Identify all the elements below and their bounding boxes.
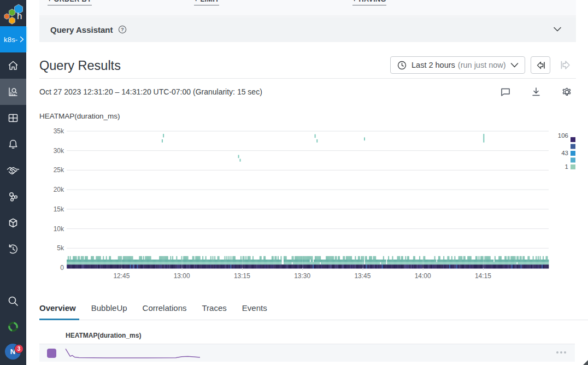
sparkline-path — [66, 349, 200, 358]
query-builder-strip: + ORDER BY+ LIMIT+ HAVING — [39, 0, 576, 16]
y-tick-label: 0 — [60, 264, 64, 272]
legend-swatch — [571, 144, 575, 149]
run-next-query-button-disabled[interactable] — [560, 59, 572, 71]
query-assistant-title: Query Assistant — [50, 25, 113, 34]
y-tick-label: 25k — [54, 166, 64, 174]
tab-traces[interactable]: Traces — [202, 303, 226, 313]
x-tick-label: 13:15 — [234, 272, 250, 280]
settings-gear-button[interactable] — [561, 86, 573, 98]
search-icon — [7, 295, 20, 308]
nav-usage-ring[interactable] — [0, 314, 26, 340]
clause-limit[interactable]: + LIMIT — [194, 0, 219, 5]
x-tick-label: 13:45 — [354, 272, 371, 280]
window-resize-grip — [583, 360, 588, 365]
query-date-range: Oct 27 2023 12:31:20 – 14:31:20 UTC-07:0… — [39, 87, 262, 96]
comment-button[interactable] — [499, 86, 511, 98]
chevron-down-icon — [510, 63, 519, 68]
nav-triggers-bell[interactable] — [0, 131, 26, 157]
datasets-cube-icon — [7, 217, 19, 229]
heatmap-outliers — [162, 134, 484, 162]
x-tick-label: 13:30 — [294, 272, 310, 280]
y-tick-label: 10k — [54, 225, 64, 233]
svg-text:?: ? — [121, 26, 124, 32]
heatmap-chart[interactable]: 05k10k15k20k25k30k35k12:4513:0013:1513:3… — [26, 125, 588, 284]
help-icon[interactable]: ? — [118, 25, 127, 34]
time-range-hint: (run just now) — [458, 61, 506, 69]
query-icon — [7, 86, 19, 98]
comment-icon — [500, 86, 511, 97]
legend-swatch — [571, 164, 575, 169]
download-icon — [531, 86, 542, 97]
nav-home[interactable] — [0, 52, 26, 79]
tab-events[interactable]: Events — [242, 303, 267, 313]
y-tick-label: 5k — [57, 244, 64, 252]
row-menu-ellipsis-icon[interactable] — [556, 351, 566, 354]
chevron-down-icon[interactable] — [553, 27, 562, 32]
boards-icon — [7, 112, 19, 124]
environment-selector[interactable]: k8s- — [0, 26, 26, 52]
x-tick-label: 13:00 — [174, 272, 190, 280]
legend-value: 106 — [558, 132, 568, 139]
clock-icon — [397, 61, 407, 70]
results-tabs: OverviewBubbleUpCorrelationsTracesEvents — [26, 299, 588, 320]
chevron-right-icon — [19, 36, 25, 43]
overview-table-row[interactable] — [39, 344, 575, 362]
tab-correlations[interactable]: Correlations — [143, 303, 187, 313]
x-tick-label: 12:45 — [113, 272, 130, 280]
y-tick-label: 30k — [54, 147, 64, 155]
sidebar: h k8s- N 3 — [0, 0, 26, 365]
heatmap-cells — [67, 256, 549, 269]
tab-overview[interactable]: Overview — [39, 303, 76, 313]
nav-datasets-cube[interactable] — [0, 210, 26, 236]
activity-history-icon — [7, 243, 19, 255]
service-map-icon — [7, 191, 19, 203]
x-tick-label: 14:00 — [415, 272, 431, 280]
legend-value: 1 — [565, 163, 568, 170]
y-tick-label: 35k — [54, 127, 64, 135]
settings-gear-icon — [561, 86, 573, 98]
legend-swatch — [571, 137, 575, 142]
honeycomb-logo[interactable]: h — [0, 0, 26, 26]
query-assistant-bar[interactable]: Query Assistant ? — [39, 17, 576, 42]
nav-slo-handshake[interactable] — [0, 157, 26, 184]
environment-active-indicator — [26, 27, 27, 52]
clause-having[interactable]: + HAVING — [352, 0, 386, 5]
y-tick-label: 15k — [54, 205, 64, 213]
legend-swatch — [571, 158, 575, 163]
tab-bubbleup[interactable]: BubbleUp — [91, 303, 127, 313]
notification-badge: 3 — [14, 344, 23, 354]
triggers-bell-icon — [7, 138, 19, 150]
arrow-right-bar-icon — [560, 59, 572, 71]
slo-handshake-icon — [6, 163, 20, 178]
clause-orderby[interactable]: + ORDER BY — [48, 0, 92, 5]
time-range-dropdown[interactable]: Last 2 hours (run just now) — [390, 56, 525, 74]
download-button[interactable] — [530, 86, 542, 98]
y-tick-label: 20k — [54, 186, 64, 193]
x-tick-label: 14:15 — [475, 272, 491, 280]
svg-text:h: h — [17, 11, 22, 21]
sparkline — [64, 344, 202, 362]
time-range-label: Last 2 hours — [411, 61, 455, 69]
nav-query[interactable] — [0, 79, 26, 105]
header-divider — [39, 78, 576, 79]
nav-service-map[interactable] — [0, 184, 26, 210]
user-avatar[interactable]: N 3 — [0, 339, 26, 365]
chart-title: HEATMAP(duration_ms) — [39, 112, 120, 120]
overview-column-header: HEATMAP(duration_ms) — [66, 332, 141, 339]
nav-search[interactable] — [0, 288, 26, 314]
main-content: + ORDER BY+ LIMIT+ HAVING Query Assistan… — [26, 0, 588, 365]
honeycomb-logo-icon: h — [0, 0, 26, 26]
arrow-left-bar-icon — [536, 60, 546, 70]
series-color-swatch — [47, 349, 56, 358]
legend-value: 43 — [561, 150, 568, 156]
environment-label: k8s- — [0, 36, 17, 44]
home-icon — [7, 60, 19, 72]
nav-boards[interactable] — [0, 105, 26, 131]
active-tab-underline — [39, 319, 79, 320]
nav-activity-history[interactable] — [0, 236, 26, 262]
tabs-divider — [39, 320, 588, 320]
usage-ring-icon — [7, 320, 20, 333]
legend-swatch — [571, 151, 575, 156]
run-previous-query-button[interactable] — [531, 56, 550, 74]
page-title: Query Results — [39, 58, 121, 73]
